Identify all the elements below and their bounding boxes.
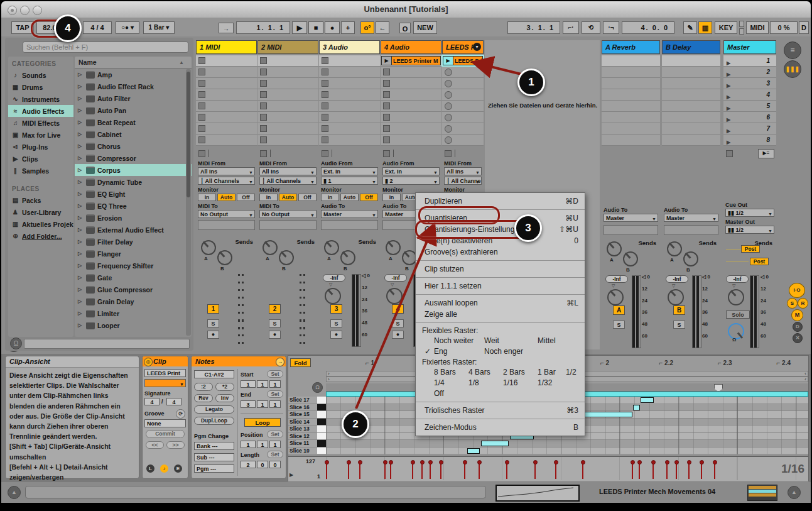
clip-slot[interactable] [196,67,257,78]
velocity-marker[interactable] [430,464,431,479]
track-activator-button[interactable]: 4 [392,304,404,314]
arm-button[interactable]: ● [392,331,404,339]
output-chooser[interactable]: No Output▼ [259,210,317,218]
loop-toggle-button[interactable]: Loop [244,418,281,427]
expand-triangle-icon[interactable]: ▷ [78,72,84,77]
track-activator-button[interactable]: B [673,305,685,315]
clip-slot[interactable] [257,135,318,146]
input-channel-chooser[interactable]: ┆ All Channels▼ [198,177,255,185]
sidebar-item-aktuelles-projekt[interactable]: ▥Aktuelles Projekt [8,218,73,230]
return-track-header[interactable]: A Reverb [602,40,660,54]
device-item-gate[interactable]: ▷Gate [75,272,192,283]
clip-slot[interactable] [196,123,257,135]
send-a-knob[interactable] [201,240,216,255]
menu-item-auswahl-loopen[interactable]: Auswahl loopen⌘L [416,297,585,309]
expand-triangle-icon[interactable]: ▷ [78,203,84,209]
send-a-knob[interactable] [324,240,339,255]
input-channel-chooser[interactable]: ┆ All Channels▼ [259,177,317,185]
play-button[interactable]: ▶ [292,21,307,34]
clip-stop-button[interactable] [260,150,267,157]
clip-stop-square[interactable] [198,80,205,87]
sidebar-item-samples[interactable]: ∥Samples [8,165,73,177]
velocity-marker[interactable] [390,464,391,479]
hot-swap-groove-icon[interactable]: ⟳ [176,409,185,419]
monitor-off-button[interactable]: Off [237,194,255,201]
send-b-knob[interactable] [279,250,294,265]
sidebar-item-clips[interactable]: ▶Clips [8,153,73,165]
menu-item-mittel[interactable]: Mittel [538,336,556,346]
device-item-glue-compressor[interactable]: ▷Glue Compressor [75,283,192,295]
expand-triangle-icon[interactable]: ▷ [78,287,84,292]
clip-launch-button[interactable]: ▶ [443,56,453,65]
expand-triangle-icon[interactable]: ▷ [78,143,84,149]
device-item-flanger[interactable]: ▷Flanger [75,248,192,260]
menu-item-8-bars[interactable]: 8 Bars [434,367,456,378]
arrangement-position-display[interactable]: 1. 1. 1 [236,21,290,34]
follow-button[interactable]: → [219,23,234,33]
expand-triangle-icon[interactable]: ▷ [78,179,84,185]
new-button[interactable]: NEW [413,21,437,34]
expand-triangle-icon[interactable]: ▷ [78,215,84,221]
scene-slot[interactable]: ▶1 [723,55,776,67]
sidebar-item-audio-effects[interactable]: ≈Audio Effects [8,105,73,117]
velocity-marker[interactable] [534,464,536,479]
velocity-marker[interactable] [652,464,654,479]
clip-stop-circle[interactable] [445,136,452,144]
computer-midi-keyboard-button[interactable]: ▥ [698,21,712,34]
monitor-in-button[interactable]: In [259,194,278,201]
clip-stop-square[interactable] [383,102,390,109]
next-clip-button[interactable]: >> [166,441,185,449]
clip-slot[interactable] [257,78,318,89]
midi-note[interactable] [641,397,654,403]
midi-note[interactable] [633,405,640,410]
input-channel-chooser[interactable]: ▮ 1▼ [321,177,378,185]
clip-stop-circle[interactable] [445,69,452,76]
device-item-corpus[interactable]: ▷Corpus [75,164,192,176]
menu-item-noch-weiter[interactable]: Noch weiter [434,336,474,346]
clip-slot[interactable] [381,101,441,112]
velocity-fold-icon[interactable]: ▶ [290,472,293,478]
clip-slot[interactable] [257,89,318,101]
clip-slot[interactable] [196,135,257,146]
clip-slot[interactable] [442,89,484,101]
clip-stop-square[interactable] [383,91,390,98]
clip-slot[interactable]: ▶LEEDS Prin [442,55,484,67]
device-item-erosion[interactable]: ▷Erosion [75,212,192,224]
solo-button[interactable]: S [207,319,219,327]
overdub-button[interactable]: + [341,21,355,34]
program-field[interactable]: Pgm --- [194,464,234,473]
show-sends-toggle[interactable]: S [787,298,798,309]
scene-slot[interactable]: ▶2 [723,67,776,78]
midi-note[interactable] [585,412,632,417]
expand-triangle-icon[interactable]: ▷ [78,322,84,328]
velocity-marker[interactable] [421,464,423,479]
clip-stop-square[interactable] [322,125,328,132]
clip-slot[interactable] [442,135,484,146]
monitor-auto-button[interactable]: Auto [217,194,235,201]
output-chooser[interactable]: No Output▼ [198,210,255,218]
envelopes-box-toggle[interactable]: E [174,464,182,473]
preview-tab[interactable] [24,339,190,349]
browser-scrollbar[interactable] [186,69,191,336]
midi-map-button[interactable]: MIDI [746,21,769,34]
stop-button[interactable]: ■ [308,21,323,34]
scene-slot[interactable]: ▶6 [723,112,776,123]
track-activator-button[interactable]: A [613,305,625,315]
send-a-knob[interactable] [386,240,401,255]
invert-button[interactable]: Inv [215,394,234,402]
sidebar-item-max-for-live[interactable]: ▣Max for Live [8,129,73,141]
expand-triangle-icon[interactable]: ▷ [78,96,84,101]
volume-display[interactable]: -Inf [605,275,628,283]
clip-slot[interactable] [442,123,484,135]
device-item-frequency-shifter[interactable]: ▷Frequency Shifter [75,260,192,272]
clip-overview[interactable] [495,485,580,502]
punch-in-button[interactable]: ⌐· [563,21,579,34]
notes-box-toggle[interactable]: ♪ [160,464,168,473]
clip-stop-square[interactable] [198,91,205,98]
track-activator-button[interactable]: 3 [330,304,342,314]
clip-stop-button[interactable] [198,150,205,157]
clip-slot[interactable] [381,89,441,101]
input-type-chooser[interactable]: All Ins▼ [444,167,482,175]
expand-triangle-icon[interactable]: ▷ [78,84,84,89]
record-button[interactable]: ● [325,21,340,34]
